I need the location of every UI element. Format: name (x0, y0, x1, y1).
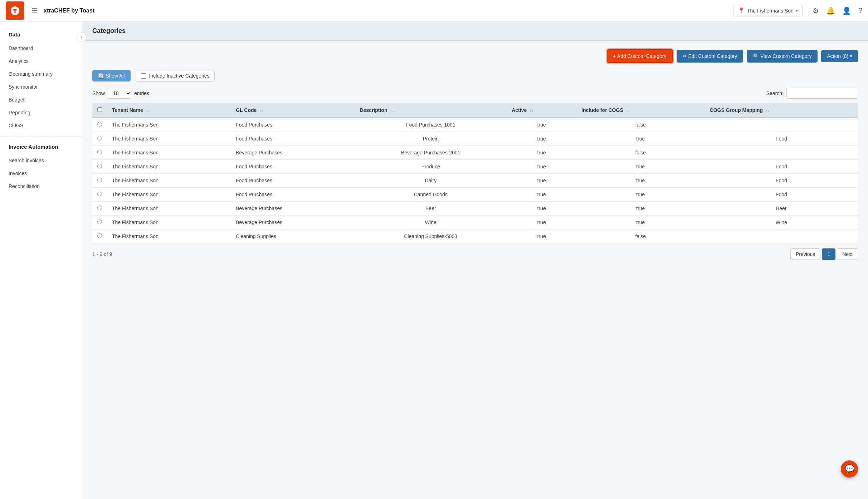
cell-description: Beverage Purchases-2001 (355, 146, 507, 160)
edit-custom-category-button[interactable]: ✏ Edit Custom Category (677, 50, 743, 63)
categories-table: Tenant Name ↑↓ GL Code ↑↓ Description ↑↓ (92, 103, 858, 243)
row-radio[interactable] (97, 122, 102, 127)
cell-gl-code: Food Purchases (231, 132, 355, 146)
app-title: xtraCHEF by Toast (44, 8, 94, 14)
cell-cogs-group (705, 118, 858, 132)
sidebar-item-analytics[interactable]: Analytics (0, 55, 82, 68)
user-icon[interactable]: 👤 (842, 6, 851, 15)
cell-gl-code: Food Purchases (231, 174, 355, 188)
cell-tenant: The Fishermans Son (107, 146, 231, 160)
cell-description: Canned Goods (355, 188, 507, 202)
cell-tenant: The Fishermans Son (107, 188, 231, 202)
cell-cogs-group: Food (705, 132, 858, 146)
show-label: Show (92, 90, 105, 96)
col-label: Tenant Name (112, 107, 143, 113)
sidebar-collapse-button[interactable]: ‹ (77, 32, 87, 42)
cell-active: true (507, 146, 576, 160)
row-radio[interactable] (97, 219, 102, 224)
page-1-button[interactable]: 1 (822, 248, 835, 260)
cell-cogs-group: Food (705, 188, 858, 202)
sidebar-item-budget[interactable]: Budget (0, 93, 82, 106)
row-radio[interactable] (97, 233, 102, 238)
bell-icon[interactable]: 🔔 (826, 6, 835, 15)
cell-description: Protein (355, 132, 507, 146)
previous-button[interactable]: Previous (790, 248, 820, 260)
sort-icon[interactable]: ↑↓ (390, 108, 394, 113)
sidebar-item-reconciliation[interactable]: Reconciliation (0, 180, 82, 193)
col-tenant-name: Tenant Name ↑↓ (107, 103, 231, 118)
cell-tenant: The Fishermans Son (107, 132, 231, 146)
search-input[interactable] (786, 88, 858, 99)
sidebar-item-reporting[interactable]: Reporting (0, 106, 82, 119)
include-inactive-label[interactable]: Include Inactive Categories (136, 70, 215, 81)
top-nav: ☰ xtraCHEF by Toast 📍 The Fishermans Son… (0, 0, 868, 21)
row-radio-col (92, 146, 107, 160)
row-radio[interactable] (97, 150, 102, 154)
app-logo (6, 1, 24, 20)
sidebar-item-operating-summary[interactable]: Operating summary (0, 68, 82, 80)
col-label: Include for COGS (581, 107, 623, 113)
hamburger-button[interactable]: ☰ (31, 6, 38, 15)
sidebar-label: Operating summary (9, 71, 53, 77)
cell-cogs-group: Food (705, 160, 858, 174)
cell-description: Food Purchases-1001 (355, 118, 507, 132)
cell-include-cogs: true (576, 202, 705, 216)
row-radio[interactable] (97, 178, 102, 182)
table-row: The Fishermans Son Cleaning Supplies Cle… (92, 229, 858, 243)
table-footer: 1 - 9 of 9 Previous 1 Next (92, 248, 858, 260)
cell-include-cogs: true (576, 174, 705, 188)
cell-gl-code: Food Purchases (231, 188, 355, 202)
col-label: GL Code (236, 107, 257, 113)
entries-select[interactable]: 10 25 50 100 (108, 88, 131, 99)
cell-cogs-group: Beer (705, 202, 858, 216)
include-inactive-checkbox[interactable] (141, 73, 146, 79)
cell-tenant: The Fishermans Son (107, 118, 231, 132)
col-cogs-group: COGS Group Mapping ↑↓ (705, 103, 858, 118)
row-radio[interactable] (97, 206, 102, 210)
select-all-checkbox[interactable] (97, 107, 102, 112)
sidebar-item-sync-monitor[interactable]: Sync monitor (0, 80, 82, 93)
help-icon[interactable]: ? (858, 6, 862, 15)
chat-icon: 💬 (845, 464, 854, 474)
next-button[interactable]: Next (837, 248, 858, 260)
cell-active: true (507, 216, 576, 229)
cell-gl-code: Beverage Purchases (231, 202, 355, 216)
table-header: Tenant Name ↑↓ GL Code ↑↓ Description ↑↓ (92, 103, 858, 118)
cell-tenant: The Fishermans Son (107, 174, 231, 188)
sort-icon[interactable]: ↑↓ (259, 108, 263, 113)
sort-icon[interactable]: ↑↓ (146, 108, 150, 113)
table-row: The Fishermans Son Food Purchases Protei… (92, 132, 858, 146)
col-active: Active ↑↓ (507, 103, 576, 118)
settings-icon[interactable]: ⚙ (813, 6, 819, 15)
cell-gl-code: Food Purchases (231, 160, 355, 174)
show-all-button[interactable]: 🔄 Show All (92, 70, 131, 81)
sidebar-item-cogs[interactable]: COGS (0, 119, 82, 132)
row-radio[interactable] (97, 192, 102, 196)
row-radio[interactable] (97, 136, 102, 140)
sidebar-label: Budget (9, 97, 24, 103)
sort-icon[interactable]: ↑↓ (766, 108, 770, 113)
cell-description: Cleaning Supplies-5003 (355, 229, 507, 243)
action-dropdown-button[interactable]: Action (0) ▾ (821, 50, 858, 62)
add-custom-category-button[interactable]: + Add Custom Category (607, 49, 673, 63)
sidebar-label: Dashboard (9, 45, 33, 51)
row-radio-col (92, 216, 107, 229)
table-row: The Fishermans Son Beverage Purchases Be… (92, 202, 858, 216)
main-layout: Data Dashboard Analytics Operating summa… (0, 21, 868, 499)
location-selector[interactable]: 📍 The Fishermans Son ▾ (733, 5, 803, 16)
sidebar-item-invoices[interactable]: Invoices (0, 167, 82, 180)
nav-icons: ⚙ 🔔 👤 ? (813, 6, 862, 15)
sidebar-item-search-invoices[interactable]: Search invoices (0, 154, 82, 167)
include-inactive-text: Include Inactive Categories (149, 73, 210, 79)
col-include-cogs: Include for COGS ↑↓ (576, 103, 705, 118)
row-radio[interactable] (97, 164, 102, 168)
row-radio-col (92, 118, 107, 132)
sort-icon[interactable]: ↑↓ (530, 108, 533, 113)
chat-bubble-button[interactable]: 💬 (841, 460, 858, 478)
cell-include-cogs: true (576, 132, 705, 146)
sidebar-item-dashboard[interactable]: Dashboard (0, 42, 82, 55)
cell-active: true (507, 160, 576, 174)
cell-include-cogs: true (576, 160, 705, 174)
sort-icon[interactable]: ↑↓ (626, 108, 630, 113)
view-custom-category-button[interactable]: 🔍 View Custom Category (747, 50, 818, 63)
